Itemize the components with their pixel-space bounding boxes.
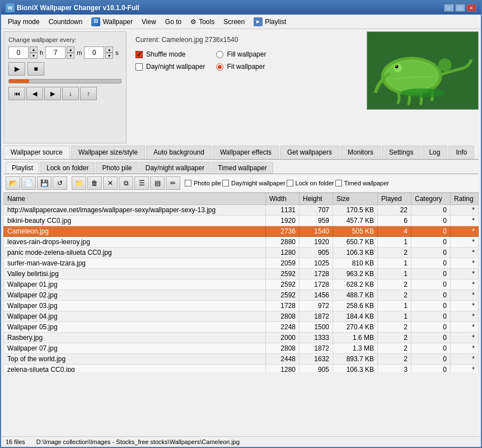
hours-input[interactable]: 0 xyxy=(8,46,29,59)
seconds-up-btn[interactable]: ▲ xyxy=(105,46,113,53)
table-row[interactable]: panic mode-zelena-silueta CC0.jpg 1280 9… xyxy=(4,248,479,258)
header-height[interactable]: Height xyxy=(300,193,333,205)
cell-size: 1.3 MB xyxy=(333,343,378,354)
tab-monitors[interactable]: Monitors xyxy=(340,146,381,159)
close-button[interactable]: × xyxy=(466,4,476,12)
save-btn[interactable]: 💾 xyxy=(37,176,52,190)
table-row[interactable]: bikini-beauty CC0.jpg 1920 959 457.7 KB … xyxy=(4,216,479,226)
cell-width: 2880 xyxy=(266,237,300,248)
list-btn[interactable]: ☰ xyxy=(134,176,149,190)
clear-btn[interactable]: ✕ xyxy=(103,176,118,190)
cell-category: 0 xyxy=(411,322,451,333)
menu-screen[interactable]: Screen xyxy=(219,16,249,27)
open-folder-btn[interactable]: 📂 xyxy=(6,176,20,190)
tab-log[interactable]: Log xyxy=(422,146,447,159)
day-night-row: Day/night wallpaper xyxy=(135,63,205,71)
minutes-input[interactable]: 7 xyxy=(45,46,65,59)
table-row[interactable]: http://wallpapercave.net/images/wallpape… xyxy=(4,205,479,216)
download-button[interactable]: ↓ xyxy=(62,87,79,100)
stop-button[interactable]: ■ xyxy=(27,62,44,76)
header-name[interactable]: Name xyxy=(4,193,266,205)
fill-wallpaper-radio[interactable] xyxy=(216,51,223,58)
hours-spinner-btns: ▲ ▼ xyxy=(30,46,38,59)
seconds-down-btn[interactable]: ▼ xyxy=(105,53,113,59)
add-files-btn[interactable]: 📁 xyxy=(72,176,86,190)
header-width[interactable]: Width xyxy=(266,193,300,205)
new-btn[interactable]: 📄 xyxy=(21,176,36,190)
edit-btn[interactable]: ✏ xyxy=(166,176,180,190)
menu-countdown[interactable]: Countdown xyxy=(44,16,87,27)
table-row[interactable]: Wallpaper 05.jpg 2248 1500 270.4 KB 2 0 … xyxy=(4,322,479,333)
table-row[interactable]: surfer-man-wave-tzara.jpg 2059 1025 810 … xyxy=(4,258,479,269)
table-row[interactable]: Rasbery.jpg 2000 1333 1.6 MB 2 0 * xyxy=(4,333,479,343)
menu-wallpaper[interactable]: 🖼 Wallpaper xyxy=(87,16,137,28)
sub-tab-timed-wallpaper[interactable]: Timed wallpaper xyxy=(212,162,273,174)
table-row[interactable]: Valley belirtisi.jpg 2592 1728 963.2 KB … xyxy=(4,269,479,279)
photo-pile-toolbar-cb[interactable] xyxy=(185,180,191,186)
cell-height: 1872 xyxy=(300,311,333,322)
maximize-button[interactable]: □ xyxy=(455,4,465,12)
prev-button[interactable]: ⏮ xyxy=(8,87,25,100)
sub-tab-day-night[interactable]: Day/night wallpaper xyxy=(139,162,210,174)
minutes-up-btn[interactable]: ▲ xyxy=(67,46,74,53)
tab-wallpaper-source[interactable]: Wallpaper source xyxy=(3,146,70,159)
table-row[interactable]: Top of the world.jpg 2448 1632 893.7 KB … xyxy=(4,354,479,365)
tab-settings[interactable]: Settings xyxy=(382,146,420,159)
timed-wallpaper-toolbar-cb[interactable] xyxy=(335,180,342,186)
fit-wallpaper-radio[interactable] xyxy=(216,63,223,71)
shuffle-mode-row: ✓ Shuffle mode xyxy=(135,50,205,58)
cell-category: 0 xyxy=(411,333,451,343)
header-size[interactable]: Size xyxy=(333,193,378,205)
remove-btn[interactable]: 🗑 xyxy=(87,176,102,190)
list2-btn[interactable]: ▤ xyxy=(150,176,165,190)
hours-up-btn[interactable]: ▲ xyxy=(30,46,38,53)
seconds-input[interactable]: 0 xyxy=(84,46,104,59)
file-table-container[interactable]: Name Width Height Size Played Category R… xyxy=(3,193,479,372)
tab-auto-background[interactable]: Auto background xyxy=(146,146,212,159)
table-row[interactable]: Wallpaper 03.jpg 1728 972 258.6 KB 1 0 * xyxy=(4,301,479,311)
minutes-spinner-btns: ▲ ▼ xyxy=(67,46,74,59)
cell-name: Wallpaper 02.jpg xyxy=(4,290,266,301)
tab-wallpaper-effects[interactable]: Wallpaper effects xyxy=(213,146,279,159)
minutes-down-btn[interactable]: ▼ xyxy=(67,53,74,59)
table-row[interactable]: zelena-silueta CC0.jpg 1280 905 106.3 KB… xyxy=(4,365,479,372)
cell-height: 1728 xyxy=(300,279,333,290)
table-row[interactable]: Cameleon.jpg 2736 1540 505 KB 4 0 * xyxy=(4,226,479,237)
header-category[interactable]: Category xyxy=(411,193,451,205)
menu-go-to[interactable]: Go to xyxy=(161,16,186,27)
menu-playlist[interactable]: ▶ Playlist xyxy=(249,16,291,28)
cell-rating: * xyxy=(451,290,479,301)
hours-down-btn[interactable]: ▼ xyxy=(30,53,38,59)
sub-tab-photo-pile[interactable]: Photo pile xyxy=(96,162,138,174)
cell-height: 1456 xyxy=(300,290,333,301)
header-played[interactable]: Played xyxy=(378,193,411,205)
table-row[interactable]: Wallpaper 07.jpg 2808 1872 1.3 MB 2 0 * xyxy=(4,343,479,354)
menu-play-mode[interactable]: Play mode xyxy=(3,16,44,27)
back-button[interactable]: ◀ xyxy=(26,87,43,100)
playlist-label: Playlist xyxy=(265,18,286,26)
sub-tab-playlist[interactable]: Playlist xyxy=(6,162,39,174)
tab-get-wallpapers[interactable]: Get wallpapers xyxy=(280,146,339,159)
table-row[interactable]: Wallpaper 04.jpg 2808 1872 184.4 KB 1 0 … xyxy=(4,311,479,322)
refresh-btn[interactable]: ↺ xyxy=(53,176,67,190)
menu-view[interactable]: View xyxy=(137,16,161,27)
day-night-checkbox[interactable] xyxy=(135,63,143,71)
cell-category: 0 xyxy=(411,269,451,279)
play-button[interactable]: ▶ xyxy=(8,62,25,76)
lock-on-folder-toolbar-cb[interactable] xyxy=(287,180,293,186)
cell-played: 22 xyxy=(378,205,411,216)
tab-wallpaper-size[interactable]: Wallpaper size/style xyxy=(71,146,145,159)
sub-tab-lock-on-folder[interactable]: Lock on folder xyxy=(40,162,95,174)
next-button[interactable]: ▶ xyxy=(44,87,61,100)
upload-button[interactable]: ↑ xyxy=(80,87,97,100)
duplicate-btn[interactable]: ⧉ xyxy=(119,176,133,190)
table-row[interactable]: Wallpaper 02.jpg 2592 1456 488.7 KB 2 0 … xyxy=(4,290,479,301)
table-row[interactable]: Wallpaper 01.jpg 2592 1728 628.2 KB 2 0 … xyxy=(4,279,479,290)
day-night-toolbar-cb[interactable] xyxy=(222,180,229,186)
shuffle-mode-checkbox[interactable]: ✓ xyxy=(135,51,143,58)
tab-info[interactable]: Info xyxy=(448,146,474,159)
minimize-button[interactable]: − xyxy=(444,4,454,12)
menu-tools[interactable]: ⚙ Tools xyxy=(186,16,219,27)
header-rating[interactable]: Rating xyxy=(451,193,479,205)
table-row[interactable]: leaves-rain-drops-leeroy.jpg 2880 1920 6… xyxy=(4,237,479,248)
